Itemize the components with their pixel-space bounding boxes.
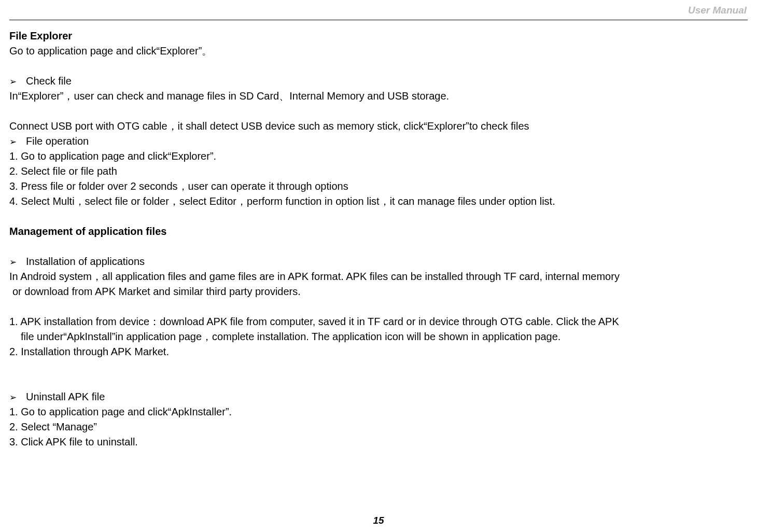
chevron-right-icon: [9, 75, 26, 89]
section-title-management: Management of application files: [9, 224, 748, 239]
bullet-label: Check file: [26, 74, 72, 89]
list-item: 2. Select “Manage”: [9, 419, 748, 435]
intro-text: Go to application page and click“Explore…: [9, 44, 748, 59]
document-content: File Explorer Go to application page and…: [9, 29, 748, 450]
bullet-label: Installation of applications: [26, 254, 145, 269]
paragraph-text: In“Explorer”，user can check and manage f…: [9, 89, 748, 104]
bullet-label: Uninstall APK file: [26, 389, 105, 404]
list-item: 3. Press file or folder over 2 seconds，u…: [9, 179, 748, 194]
bullet-installation: Installation of applications: [9, 254, 748, 269]
list-item: 4. Select Multi，select file or folder，se…: [9, 194, 748, 209]
list-item: 3. Click APK file to uninstall.: [9, 435, 748, 450]
bullet-label: File operation: [26, 134, 89, 149]
paragraph-text: In Android system，all application files …: [9, 269, 748, 284]
bullet-check-file: Check file: [9, 74, 748, 89]
bullet-uninstall: Uninstall APK file: [9, 389, 748, 404]
list-item: 1. APK installation from device：download…: [9, 314, 748, 329]
header-label: User Manual: [9, 3, 748, 18]
chevron-right-icon: [9, 135, 26, 149]
page-number: 15: [0, 513, 757, 528]
paragraph-text: Connect USB port with OTG cable，it shall…: [9, 119, 748, 134]
list-item: 2. Select file or file path: [9, 164, 748, 179]
header-divider: [9, 20, 748, 20]
list-item-cont: file under“ApkInstall”in application pag…: [9, 329, 748, 344]
list-item: 2. Installation through APK Market.: [9, 344, 748, 359]
paragraph-text: or download from APK Market and similar …: [9, 284, 748, 299]
bullet-file-operation: File operation: [9, 134, 748, 149]
list-item: 1. Go to application page and click“Expl…: [9, 149, 748, 164]
chevron-right-icon: [9, 255, 26, 269]
section-title-file-explorer: File Explorer: [9, 29, 748, 44]
chevron-right-icon: [9, 390, 26, 404]
list-item: 1. Go to application page and click“ApkI…: [9, 404, 748, 419]
